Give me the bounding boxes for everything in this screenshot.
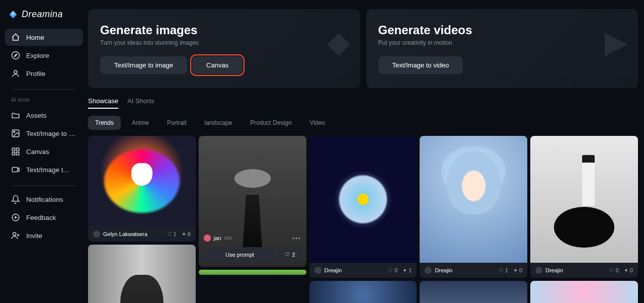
svg-rect-6 xyxy=(17,148,19,150)
filter-video[interactable]: Video xyxy=(302,116,332,130)
sidebar-item-explore[interactable]: Explore xyxy=(5,47,83,64)
logo-icon xyxy=(8,10,18,20)
svg-point-4 xyxy=(14,131,15,133)
svg-rect-7 xyxy=(12,153,15,155)
heart-icon: ♡ xyxy=(499,267,504,274)
card-image xyxy=(309,281,417,303)
uses-stat[interactable]: ✦1 xyxy=(403,267,412,274)
canvas-button[interactable]: Canvas xyxy=(192,56,243,74)
sidebar-item-canvas[interactable]: Canvas xyxy=(5,143,83,160)
sidebar-item-invite[interactable]: Invite xyxy=(5,227,83,244)
gallery-card[interactable]: Gelyn Lakwatsera ♡1 ✦8 xyxy=(88,136,196,242)
use-prompt-button[interactable]: Use prompt xyxy=(204,247,276,262)
author-avatar xyxy=(535,267,542,274)
likes-stat[interactable]: ♡1 xyxy=(499,267,508,274)
card-image xyxy=(199,270,306,275)
sidebar-item-home[interactable]: Home xyxy=(5,29,83,46)
image-plus-icon xyxy=(11,129,20,138)
likes-stat[interactable]: ♡0 xyxy=(609,267,619,274)
card-author[interactable]: Dreajin xyxy=(535,267,563,274)
filter-landscape[interactable]: landscape xyxy=(198,116,239,130)
card-image xyxy=(530,281,638,303)
card-author[interactable]: Dreajin xyxy=(425,267,452,274)
svg-point-2 xyxy=(14,70,17,73)
gallery-card[interactable] xyxy=(530,281,638,303)
nav-label: Explore xyxy=(26,52,49,59)
card-author[interactable]: jan 208 xyxy=(204,235,232,242)
nav-label: Feedback xyxy=(26,214,56,221)
sidebar-item-notifications[interactable]: Notifications xyxy=(5,191,83,208)
svg-rect-8 xyxy=(17,153,19,155)
author-avatar xyxy=(314,267,321,274)
author-name: jan xyxy=(214,235,221,241)
more-icon[interactable]: ••• xyxy=(292,235,301,241)
uses-stat[interactable]: ✦8 xyxy=(182,231,191,238)
filter-anime[interactable]: Anime xyxy=(125,116,156,130)
author-name: Dreajin xyxy=(545,267,563,273)
sidebar: Dreamina Home Explore Profile AI tools A… xyxy=(0,0,88,303)
likes-stat[interactable]: ♡1 xyxy=(167,231,177,238)
sidebar-item-text-to-image[interactable]: Text/Image to image xyxy=(5,125,83,142)
gallery-card[interactable] xyxy=(199,270,306,275)
uses-stat[interactable]: ✦0 xyxy=(513,267,522,274)
card-author[interactable]: Dreajin xyxy=(314,267,342,274)
likes-stat[interactable]: ♡0 xyxy=(388,267,397,274)
svg-point-0 xyxy=(12,52,20,59)
nav-label: Canvas xyxy=(26,148,49,156)
filter-product-design[interactable]: Product Design xyxy=(243,116,298,130)
nav-label: Text/Image to image xyxy=(26,130,77,137)
hero-subtitle: Turn your ideas into stunning images xyxy=(100,39,348,46)
author-name: Dreajin xyxy=(325,267,342,273)
nav-label: Notifications xyxy=(26,196,63,203)
compass-icon xyxy=(11,51,20,60)
hero-subtitle: Put your creativity in motion xyxy=(378,39,626,46)
svg-point-10 xyxy=(13,233,16,236)
gallery: Gelyn Lakwatsera ♡1 ✦8 xyxy=(88,136,638,303)
filter-trends[interactable]: Trends xyxy=(88,116,121,130)
svg-rect-9 xyxy=(12,168,18,172)
sidebar-item-text-to-video[interactable]: Text/Image t... xyxy=(5,161,83,178)
section-label-ai-tools: AI tools xyxy=(5,95,83,107)
gallery-card[interactable] xyxy=(88,245,196,303)
like-button[interactable]: ♡2 xyxy=(279,247,301,262)
nav-label: Home xyxy=(26,34,44,41)
divider xyxy=(11,185,77,186)
card-author[interactable]: Gelyn Lakwatsera xyxy=(93,231,147,238)
wand-icon: ✦ xyxy=(513,267,518,274)
message-icon xyxy=(11,213,20,222)
text-to-video-button[interactable]: Text/Image to video xyxy=(378,56,463,74)
card-image xyxy=(530,136,638,263)
gallery-card[interactable]: Dreajin ♡0 ✦0 xyxy=(530,136,638,278)
sidebar-item-assets[interactable]: Assets xyxy=(5,107,83,124)
heart-icon: ♡ xyxy=(388,267,393,274)
wand-icon: ✦ xyxy=(182,231,186,238)
bell-icon xyxy=(11,195,20,204)
gallery-card[interactable] xyxy=(309,281,417,303)
svg-rect-5 xyxy=(12,148,15,150)
hero-card-videos: ▶ Generate videos Put your creativity in… xyxy=(366,9,638,88)
card-image xyxy=(88,136,196,226)
card-image xyxy=(88,245,196,303)
logo[interactable]: Dreamina xyxy=(5,9,83,20)
author-name: Dreajin xyxy=(435,267,452,273)
author-avatar xyxy=(93,231,100,238)
gallery-card[interactable]: Dreajin ♡0 ✦1 xyxy=(309,136,417,278)
gallery-card[interactable] xyxy=(420,281,527,303)
decor-icon: ▶ xyxy=(605,24,628,59)
hero-row: ◆ Generate images Turn your ideas into s… xyxy=(88,9,638,88)
svg-marker-1 xyxy=(14,54,17,57)
sidebar-item-feedback[interactable]: Feedback xyxy=(5,209,83,226)
card-image xyxy=(420,281,527,303)
gallery-card[interactable]: jan 208 ••• Use prompt ♡2 xyxy=(199,136,306,267)
author-avatar xyxy=(425,267,432,274)
gallery-card[interactable]: Dreajin ♡1 ✦0 xyxy=(420,136,527,278)
hero-card-images: ◆ Generate images Turn your ideas into s… xyxy=(88,9,360,88)
tab-ai-shorts[interactable]: AI Shorts xyxy=(127,97,154,109)
uses-stat[interactable]: ✦0 xyxy=(624,267,633,274)
sidebar-item-profile[interactable]: Profile xyxy=(5,65,83,82)
tab-showcase[interactable]: Showcase xyxy=(88,97,118,109)
filter-portrait[interactable]: Portrait xyxy=(160,116,194,130)
filters: Trends Anime Portrait landscape Product … xyxy=(88,116,638,130)
text-to-image-button[interactable]: Text/Image to image xyxy=(100,56,187,74)
divider xyxy=(11,89,77,90)
